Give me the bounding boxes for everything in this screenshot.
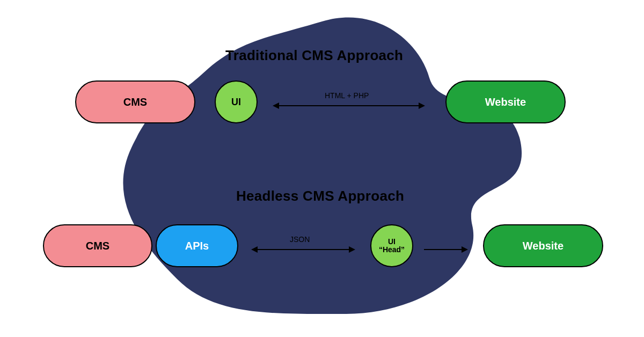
ui-head-line2: “Head”	[379, 246, 405, 254]
node-ui-head: UI “Head”	[370, 224, 413, 267]
ui-head-text: UI “Head”	[379, 238, 405, 254]
node-cms-traditional: CMS	[75, 80, 195, 123]
arrow-label-html-php: HTML + PHP	[325, 91, 369, 100]
node-apis: APIs	[156, 224, 238, 267]
title-traditional: Traditional CMS Approach	[225, 47, 403, 64]
arrow-label-json: JSON	[290, 235, 310, 244]
arrow-to-website	[424, 249, 467, 250]
node-ui-traditional: UI	[215, 80, 258, 123]
node-website-traditional: Website	[445, 80, 566, 123]
title-headless: Headless CMS Approach	[236, 188, 404, 204]
node-website-headless: Website	[483, 224, 603, 267]
diagram-stage: Traditional CMS Approach CMS UI HTML + P…	[0, 0, 644, 337]
arrow-json	[252, 249, 354, 250]
node-cms-headless: CMS	[43, 224, 152, 267]
arrow-traditional	[274, 105, 424, 106]
ui-head-line1: UI	[379, 238, 405, 246]
